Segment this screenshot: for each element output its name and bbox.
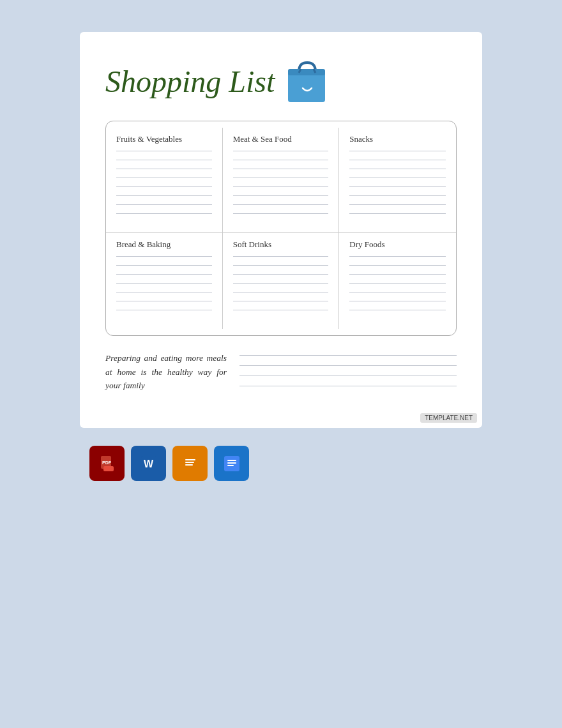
line: [349, 265, 446, 266]
bread-lines: [116, 256, 212, 319]
svg-rect-0: [288, 72, 325, 102]
line: [116, 151, 212, 151]
grid-row-2: Bread & Baking Soft Drinks: [106, 233, 456, 329]
docs-button[interactable]: [214, 446, 249, 481]
line: [116, 265, 212, 266]
meat-lines: [233, 151, 329, 222]
bottom-lines-section: [239, 351, 457, 396]
line: [116, 310, 212, 310]
meat-seafood-label: Meat & Sea Food: [233, 134, 329, 144]
line: [116, 274, 212, 275]
line: [116, 169, 212, 169]
pages-icon: [181, 455, 199, 473]
line: [349, 256, 446, 257]
line: [349, 151, 446, 151]
cell-fruits-vegetables: Fruits & Vegetables: [106, 128, 223, 232]
snacks-label: Snacks: [349, 134, 446, 144]
svg-rect-11: [185, 462, 194, 463]
svg-text:W: W: [144, 459, 154, 469]
line: [233, 169, 329, 169]
line: [233, 256, 329, 257]
line: [233, 204, 329, 205]
dry-foods-lines: [349, 256, 446, 319]
bottom-line: [239, 365, 457, 366]
cell-dry-foods: Dry Foods: [339, 233, 456, 329]
svg-text:PDF: PDF: [102, 460, 112, 465]
dry-foods-label: Dry Foods: [349, 239, 446, 250]
cell-bread-baking: Bread & Baking: [106, 233, 223, 329]
bottom-section: Preparing and eating more meals at home …: [105, 351, 457, 396]
line: [349, 292, 446, 292]
cell-soft-drinks: Soft Drinks: [223, 233, 340, 329]
soft-drinks-lines: [233, 256, 329, 319]
branding-badge: TEMPLATE.NET: [420, 413, 477, 423]
line: [349, 310, 446, 310]
shopping-bag-icon: [285, 57, 330, 105]
line: [349, 283, 446, 284]
pdf-button[interactable]: PDF: [89, 446, 125, 481]
line: [116, 195, 212, 196]
line: [233, 310, 329, 310]
header: Shopping List: [105, 57, 457, 105]
grid-row-1: Fruits & Vegetables Meat & Sea Food: [106, 128, 456, 232]
line: [233, 283, 329, 284]
shopping-list-page: Shopping List Fruits & Vegetables: [80, 32, 482, 428]
line: [233, 178, 329, 178]
shopping-grid: Fruits & Vegetables Meat & Sea Food: [105, 121, 457, 336]
svg-rect-15: [227, 462, 236, 464]
line: [116, 186, 212, 187]
line: [349, 195, 446, 196]
format-toolbar: PDF W: [89, 446, 249, 481]
svg-rect-14: [227, 460, 236, 461]
bread-baking-label: Bread & Baking: [116, 239, 212, 250]
line: [349, 274, 446, 275]
line: [233, 265, 329, 266]
word-button[interactable]: W: [131, 446, 166, 481]
line: [116, 292, 212, 292]
pdf-icon: PDF: [98, 455, 116, 473]
line: [116, 178, 212, 178]
fruits-vegetables-label: Fruits & Vegetables: [116, 134, 212, 144]
cell-meat-seafood: Meat & Sea Food: [223, 128, 340, 232]
word-icon: W: [140, 455, 158, 473]
line: [349, 186, 446, 187]
snacks-lines: [349, 151, 446, 222]
line: [233, 274, 329, 275]
fruits-lines: [116, 151, 212, 222]
quote-section: Preparing and eating more meals at home …: [105, 351, 239, 396]
bottom-line: [239, 375, 457, 376]
line: [116, 283, 212, 284]
pages-button[interactable]: [172, 446, 208, 481]
soft-drinks-label: Soft Drinks: [233, 239, 329, 250]
line: [233, 195, 329, 196]
line: [349, 178, 446, 178]
line: [233, 160, 329, 160]
svg-rect-16: [227, 465, 234, 466]
bottom-line: [239, 386, 457, 386]
svg-rect-10: [185, 459, 195, 460]
bottom-line: [239, 355, 457, 356]
svg-rect-5: [103, 466, 114, 471]
svg-rect-12: [185, 464, 193, 466]
svg-rect-1: [288, 69, 325, 75]
line: [233, 301, 329, 301]
line: [116, 256, 212, 257]
line: [233, 186, 329, 187]
line: [349, 301, 446, 301]
docs-icon: [223, 455, 241, 473]
line: [233, 292, 329, 292]
line: [116, 301, 212, 301]
line: [116, 160, 212, 160]
line: [349, 169, 446, 169]
line: [116, 213, 212, 214]
line: [233, 151, 329, 151]
line: [349, 160, 446, 160]
cell-snacks: Snacks: [339, 128, 456, 232]
page-title: Shopping List: [105, 64, 275, 99]
quote-text: Preparing and eating more meals at home …: [105, 351, 227, 393]
line: [349, 204, 446, 205]
svg-rect-9: [183, 456, 198, 471]
line: [116, 204, 212, 205]
line: [233, 213, 329, 214]
line: [349, 213, 446, 214]
